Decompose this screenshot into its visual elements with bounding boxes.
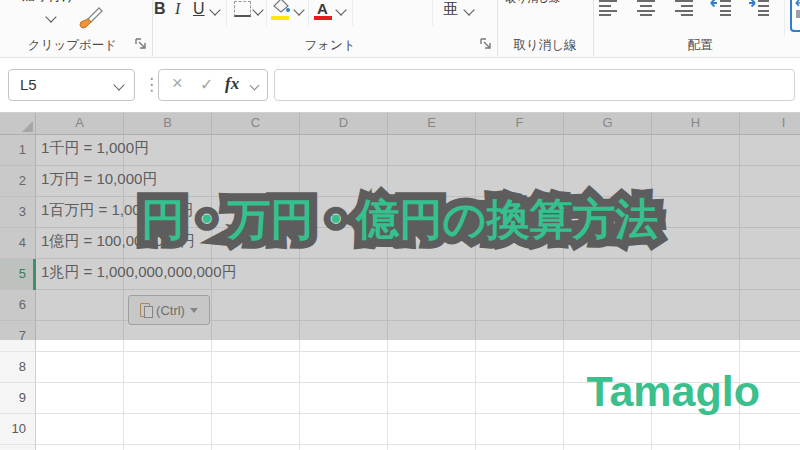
button-divider xyxy=(432,0,433,26)
decrease-indent-icon[interactable] xyxy=(710,0,732,16)
watermark: Tamaglo xyxy=(586,367,760,416)
excel-window: 貼り付け クリップボード フォント 取り消し線 配置 B I U xyxy=(0,0,800,450)
name-box[interactable]: L5 xyxy=(8,69,135,101)
sheet-row-stub xyxy=(0,445,800,450)
formula-input[interactable] xyxy=(274,69,795,101)
confirm-entry-icon[interactable]: ✓ xyxy=(200,75,213,94)
align-center-icon[interactable] xyxy=(636,0,656,16)
group-label-strikethrough: 取り消し線 xyxy=(500,37,590,54)
font-color-bar[interactable] xyxy=(314,16,332,20)
align-left-icon[interactable] xyxy=(598,0,618,16)
row-header-8[interactable]: 8 xyxy=(0,352,36,383)
button-divider xyxy=(352,0,353,26)
underline-button[interactable]: U xyxy=(193,0,205,22)
format-painter-icon[interactable] xyxy=(78,3,104,31)
borders-dropdown-chevron[interactable] xyxy=(252,4,263,15)
row-header-9[interactable]: 9 xyxy=(0,383,36,414)
formula-buttons: × ✓ fx xyxy=(158,69,268,101)
cancel-entry-icon[interactable]: × xyxy=(172,73,183,94)
ribbon: 貼り付け クリップボード フォント 取り消し線 配置 B I U xyxy=(0,0,800,58)
group-divider xyxy=(593,0,594,56)
formula-bar-row: L5 ⋮ × ✓ fx xyxy=(0,58,800,113)
group-divider xyxy=(152,0,153,56)
name-box-chevron[interactable] xyxy=(113,79,124,90)
phonetic-dropdown-chevron[interactable] xyxy=(463,4,474,15)
fill-color-dropdown-chevron[interactable] xyxy=(293,4,304,15)
font-color-dropdown-chevron[interactable] xyxy=(335,4,346,15)
button-divider xyxy=(226,0,227,26)
underline-dropdown-chevron[interactable] xyxy=(209,4,220,15)
paste-dropdown-chevron[interactable] xyxy=(45,11,56,22)
sheet-row-10: 10 xyxy=(0,414,800,445)
paste-button[interactable]: 貼り付け xyxy=(22,0,75,5)
align-right-icon[interactable] xyxy=(674,0,694,16)
button-divider xyxy=(308,0,309,26)
group-divider xyxy=(497,0,498,56)
fill-color-icon[interactable] xyxy=(272,0,290,14)
increase-indent-icon[interactable] xyxy=(748,0,770,16)
insert-function-button[interactable]: fx xyxy=(225,74,239,94)
button-divider xyxy=(266,0,267,26)
clipboard-dialog-launcher-icon[interactable] xyxy=(134,37,147,50)
font-dialog-launcher-icon[interactable] xyxy=(479,37,492,50)
group-label-alignment: 配置 xyxy=(650,37,750,54)
group-label-font: フォント xyxy=(280,37,380,54)
autofit-width-button[interactable] xyxy=(790,0,800,32)
overlay-title: 円・万円・億円の換算方法 xyxy=(0,191,800,249)
italic-button[interactable]: I xyxy=(175,0,180,22)
group-label-clipboard: クリップボード xyxy=(25,37,120,54)
row-cells[interactable] xyxy=(36,414,800,445)
strikethrough-button[interactable]: 取り消し線 xyxy=(505,0,561,6)
row-cells[interactable] xyxy=(36,445,800,450)
name-box-value: L5 xyxy=(20,76,37,93)
bold-button[interactable]: B xyxy=(154,0,166,22)
row-header-10[interactable]: 10 xyxy=(0,414,36,445)
fx-chevron[interactable] xyxy=(250,81,260,91)
fill-color-bar[interactable] xyxy=(271,16,289,20)
row-header-stub[interactable] xyxy=(0,445,36,450)
phonetic-guide-button[interactable]: 亜 xyxy=(443,0,458,22)
button-divider xyxy=(784,0,785,36)
borders-icon[interactable] xyxy=(234,1,251,17)
